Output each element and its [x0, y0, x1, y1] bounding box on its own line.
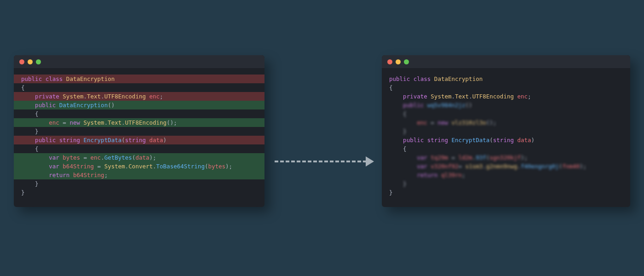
token-plain: );	[521, 154, 528, 161]
code-line: private System.Text.UTF8Encoding enc;	[14, 92, 264, 101]
token-plain: ;	[104, 172, 108, 178]
token-type: System	[431, 93, 451, 100]
token-plain: (	[121, 137, 125, 144]
token-var: enc	[49, 119, 59, 126]
token-kw: var	[49, 163, 59, 170]
token-kw: public	[389, 75, 410, 82]
token-kw: var	[49, 154, 59, 161]
token-kw: public	[403, 102, 424, 109]
code-line: {	[14, 83, 264, 92]
token-kw: string	[427, 137, 448, 144]
arrow-line	[275, 161, 367, 162]
token-kw: public	[403, 137, 424, 144]
token-var: b64String	[63, 163, 94, 170]
token-kw: private	[35, 93, 59, 100]
token-var: ld2m	[459, 154, 472, 161]
token-var: enc	[91, 154, 101, 161]
token-plain: }	[21, 189, 25, 196]
token-kw: class	[46, 75, 63, 82]
token-fn: ToBase64String	[156, 163, 205, 170]
token-kw: return	[49, 172, 69, 178]
token-type: UTF8Encoding	[104, 93, 146, 100]
token-plain	[389, 172, 417, 178]
token-fn: f40engnrg0j	[521, 163, 559, 170]
token-fn: DataEncryption	[59, 102, 108, 109]
code-line: var b64String = System.Convert.ToBase64S…	[14, 162, 264, 171]
token-kw: string	[125, 137, 146, 144]
token-plain: );	[225, 163, 232, 170]
token-plain	[42, 75, 46, 82]
token-plain: ;	[462, 172, 466, 178]
token-plain	[410, 75, 414, 82]
token-plain	[21, 93, 35, 100]
close-icon[interactable]	[387, 59, 392, 64]
token-plain: {	[21, 145, 39, 152]
token-plain: ();	[486, 119, 497, 126]
code-line: public class DataEncryption	[14, 75, 264, 83]
token-var: sgn320kjf	[489, 154, 521, 161]
code-line: }	[14, 127, 264, 136]
code-line: }	[14, 179, 264, 188]
code-line: {	[14, 109, 264, 118]
token-plain	[389, 102, 403, 109]
token-var: enc	[417, 119, 427, 126]
token-plain: .	[121, 119, 125, 126]
code-line: var tq29m = ld2m.93f(sgn320kjf);	[382, 153, 630, 162]
token-plain: .	[518, 163, 521, 170]
token-plain: .	[101, 93, 104, 100]
token-var: v320nf92	[431, 163, 458, 170]
code-line: public string EncryptData(string data)	[14, 136, 264, 144]
token-plain: );	[580, 163, 586, 170]
token-var: b64String	[73, 172, 104, 178]
token-plain	[389, 93, 403, 100]
zoom-icon[interactable]	[404, 59, 409, 64]
token-kw: public	[35, 137, 56, 144]
token-plain	[437, 172, 441, 178]
token-plain: .	[83, 93, 87, 100]
token-type: DataEncryption	[434, 75, 483, 82]
code-window-original: public class DataEncryption{ private Sys…	[14, 55, 264, 207]
token-kw: public	[35, 102, 56, 109]
code-line: var bytes = enc.GetBytes(data);	[14, 153, 264, 162]
code-line: public DataEncryption()	[14, 101, 264, 109]
token-plain: .	[153, 163, 156, 170]
token-plain: .	[469, 93, 472, 100]
token-plain: (	[489, 137, 493, 144]
token-fn: GetBytes	[104, 154, 132, 161]
token-plain	[389, 137, 403, 144]
token-var: data	[518, 137, 531, 144]
token-plain: }	[21, 180, 39, 187]
token-plain	[389, 154, 417, 161]
token-type: System	[83, 119, 104, 126]
token-plain	[21, 172, 49, 178]
token-type: DataEncryption	[66, 75, 115, 82]
code-window-obfuscated: public class DataEncryption{ private Sys…	[382, 55, 630, 207]
token-type: UTF8Encoding	[472, 93, 514, 100]
token-kw: public	[21, 75, 42, 82]
token-plain: }	[21, 128, 39, 135]
token-var: bytes	[208, 163, 225, 170]
token-kw: string	[59, 137, 80, 144]
titlebar-left	[14, 55, 264, 68]
token-var: bytes	[63, 154, 80, 161]
token-plain	[21, 137, 35, 144]
token-type: vlz310zl3o	[451, 119, 486, 126]
token-plain: }	[389, 189, 393, 196]
close-icon[interactable]	[19, 59, 24, 64]
token-kw: string	[493, 137, 514, 144]
token-type: System	[63, 93, 83, 100]
code-area-original: public class DataEncryption{ private Sys…	[14, 68, 264, 207]
token-type: System	[104, 163, 125, 170]
token-kw: var	[417, 154, 427, 161]
token-plain: }	[389, 180, 407, 187]
token-plain	[21, 163, 49, 170]
code-line: }	[382, 179, 630, 188]
token-var: ql39rn	[441, 172, 462, 178]
zoom-icon[interactable]	[36, 59, 41, 64]
token-type: Text	[108, 119, 121, 126]
code-line: enc = new System.Text.UTF8Encoding();	[14, 118, 264, 127]
token-plain: ()	[108, 102, 115, 109]
minimize-icon[interactable]	[28, 59, 33, 64]
token-plain: =	[94, 163, 104, 170]
minimize-icon[interactable]	[396, 59, 401, 64]
